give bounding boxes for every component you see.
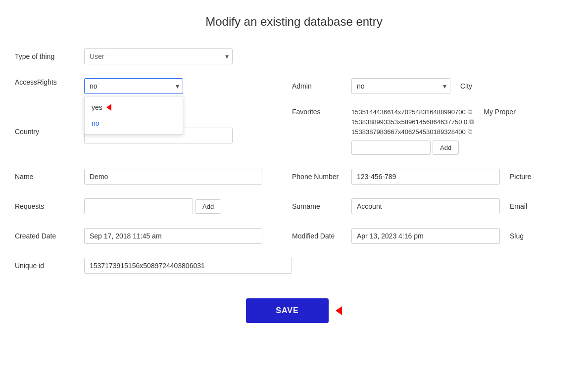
- slug-label: Slug: [510, 232, 524, 240]
- requests-add-button[interactable]: Add: [195, 199, 221, 214]
- type-of-thing-label: Type of thing: [15, 52, 84, 60]
- copy-icon-1[interactable]: ⧉: [468, 108, 472, 116]
- city-label: City: [460, 82, 472, 90]
- requests-input-area: Add: [84, 198, 221, 214]
- favorite-value-3: 1538387983667x406254530189328400: [351, 128, 466, 136]
- email-label: Email: [510, 202, 527, 210]
- access-rights-option-yes[interactable]: yes: [85, 99, 183, 115]
- country-label: Country: [15, 128, 84, 136]
- save-area: SAVE: [0, 298, 588, 343]
- modified-date-input[interactable]: [351, 228, 500, 244]
- type-of-thing-select[interactable]: User: [84, 48, 233, 64]
- created-date-label: Created Date: [15, 232, 84, 240]
- access-rights-dropdown-wrapper: no yes ▾ yes no: [84, 78, 183, 94]
- favorite-item-3: 1538387983667x406254530189328400 ⧉: [351, 128, 474, 136]
- name-label: Name: [15, 173, 84, 181]
- admin-select[interactable]: no yes: [351, 78, 450, 94]
- access-rights-option-no[interactable]: no: [85, 115, 183, 131]
- access-rights-dropdown: yes no: [84, 96, 183, 135]
- save-arrow-indicator: [336, 306, 342, 315]
- surname-input[interactable]: [351, 198, 500, 214]
- page-title: Modify an existing database entry: [0, 0, 588, 48]
- created-date-input[interactable]: [84, 228, 262, 244]
- access-rights-label: AccessRights: [15, 78, 84, 86]
- copy-icon-2[interactable]: ⧉: [469, 118, 474, 126]
- access-rights-select[interactable]: no yes: [84, 78, 183, 94]
- surname-label: Surname: [292, 202, 351, 210]
- unique-id-input[interactable]: [84, 258, 292, 274]
- type-of-thing-wrapper: User ▾: [84, 48, 233, 64]
- copy-icon-3[interactable]: ⧉: [468, 128, 472, 136]
- unique-id-label: Unique id: [15, 262, 84, 270]
- favorites-container: 1535144436614x702548316488990700 ⧉ 15383…: [351, 108, 474, 155]
- favorites-label: Favorites: [292, 108, 351, 116]
- phone-number-input[interactable]: [351, 169, 500, 185]
- picture-label: Picture: [510, 173, 532, 181]
- favorites-input[interactable]: [351, 141, 431, 155]
- save-button[interactable]: SAVE: [246, 298, 328, 323]
- modified-date-label: Modified Date: [292, 232, 351, 240]
- requests-label: Requests: [15, 202, 84, 210]
- favorite-item-1: 1535144436614x702548316488990700 ⧉: [351, 108, 474, 116]
- phone-number-label: Phone Number: [292, 173, 351, 181]
- favorites-add-row: Add: [351, 141, 474, 155]
- name-input[interactable]: [84, 169, 262, 185]
- favorite-value-1: 1535144436614x702548316488990700: [351, 108, 466, 116]
- favorites-add-button[interactable]: Add: [433, 141, 459, 155]
- my-proper-label: My Proper: [484, 108, 516, 116]
- favorite-value-2: 1538388993353x58961456864637750 0: [351, 118, 467, 126]
- admin-label: Admin: [292, 82, 351, 90]
- requests-input[interactable]: [84, 198, 193, 214]
- yes-arrow-indicator: [106, 104, 111, 111]
- favorite-item-2: 1538388993353x58961456864637750 0 ⧉: [351, 118, 474, 126]
